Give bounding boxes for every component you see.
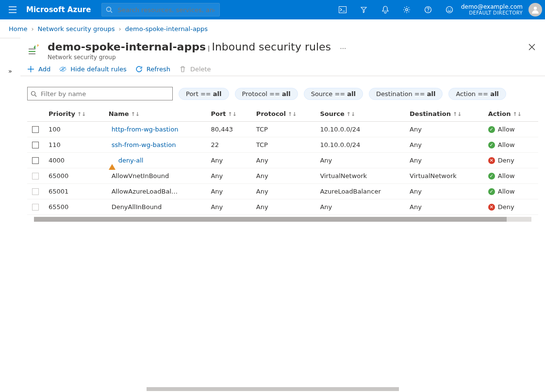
- cell-action: ✕Deny: [488, 157, 533, 164]
- table-row[interactable]: 100 http-from-wg-bastion 80,443 TCP 10.1…: [27, 122, 538, 137]
- search-bar[interactable]: [101, 3, 219, 16]
- h-scrollbar[interactable]: [34, 217, 531, 222]
- cloud-shell-icon[interactable]: [333, 0, 352, 19]
- search-input[interactable]: [116, 3, 215, 16]
- table-row[interactable]: 65000 AllowVnetInBound Any Any VirtualNe…: [27, 168, 538, 184]
- col-action[interactable]: Action↑↓: [483, 106, 538, 122]
- col-name[interactable]: Name↑↓: [104, 106, 206, 122]
- rules-table-wrap: Priority↑↓ Name↑↓ Port↑↓ Protocol↑↓ Sour…: [20, 106, 545, 392]
- search-icon: [106, 6, 113, 13]
- svg-point-7: [450, 9, 451, 10]
- row-checkbox[interactable]: [32, 204, 39, 211]
- col-port[interactable]: Port↑↓: [206, 106, 251, 122]
- cell-destination: Any: [405, 153, 483, 168]
- left-rail: »: [0, 38, 20, 392]
- cell-protocol: Any: [251, 199, 315, 215]
- cell-port: Any: [206, 199, 251, 215]
- filter-chip[interactable]: Protocol == all: [235, 88, 298, 100]
- cell-priority: 110: [44, 137, 104, 153]
- col-priority[interactable]: Priority↑↓: [44, 106, 104, 122]
- resource-name: demo-spoke-internal-apps: [48, 41, 206, 53]
- crumb-nsg[interactable]: Network security groups: [38, 25, 115, 33]
- allow-icon: ✓: [488, 173, 495, 180]
- rule-name-link[interactable]: AllowVnetInBound: [112, 172, 169, 180]
- delete-button: Delete: [179, 65, 211, 73]
- notifications-icon[interactable]: [376, 0, 395, 19]
- row-checkbox[interactable]: [32, 188, 39, 195]
- filter-chip[interactable]: Action == all: [448, 88, 506, 100]
- more-icon[interactable]: ⋯: [340, 45, 346, 52]
- table-row[interactable]: 4000 deny-all Any Any Any Any ✕Deny: [27, 153, 538, 168]
- filter-chip[interactable]: Destination == all: [369, 88, 443, 100]
- cell-source: Any: [315, 199, 405, 215]
- filter-chip[interactable]: Source == all: [304, 88, 363, 100]
- cell-action: ✕Deny: [488, 203, 533, 211]
- filter-chip[interactable]: Port == all: [179, 88, 229, 100]
- hide-default-rules-button[interactable]: Hide default rules: [59, 65, 127, 73]
- rule-name-link[interactable]: deny-all: [118, 157, 144, 164]
- expand-chevron-icon[interactable]: »: [8, 67, 12, 75]
- rules-table: Priority↑↓ Name↑↓ Port↑↓ Protocol↑↓ Sour…: [27, 106, 538, 215]
- col-destination[interactable]: Destination↑↓: [405, 106, 483, 122]
- table-row[interactable]: 65001 AllowAzureLoadBalan… Any Any Azure…: [27, 184, 538, 199]
- cell-port: 80,443: [206, 122, 251, 137]
- brand-label[interactable]: Microsoft Azure: [24, 5, 99, 14]
- filter-input[interactable]: [40, 90, 169, 98]
- table-row[interactable]: 65500 DenyAllInBound Any Any Any Any ✕De…: [27, 199, 538, 215]
- section-name: Inbound security rules: [212, 41, 331, 53]
- add-button[interactable]: Add: [27, 65, 50, 73]
- cell-priority: 4000: [44, 153, 104, 168]
- chevron-right-icon: ›: [31, 25, 33, 33]
- row-checkbox[interactable]: [32, 126, 39, 133]
- top-bar: Microsoft Azure demo@example.com DEFAULT…: [0, 0, 545, 19]
- row-checkbox[interactable]: [32, 173, 39, 180]
- feedback-icon[interactable]: [440, 0, 459, 19]
- chevron-right-icon: ›: [119, 25, 121, 33]
- account-block[interactable]: demo@example.com DEFAULT DIRECTORY: [461, 3, 527, 16]
- cell-priority: 65500: [44, 199, 104, 215]
- cell-protocol: Any: [251, 168, 315, 184]
- col-source[interactable]: Source↑↓: [315, 106, 405, 122]
- filter-by-name[interactable]: [27, 87, 173, 100]
- crumb-resource[interactable]: demo-spoke-internal-apps: [125, 25, 208, 33]
- close-icon[interactable]: [528, 44, 535, 50]
- account-email: demo@example.com: [461, 3, 523, 10]
- bottom-scrollbar[interactable]: [0, 387, 545, 391]
- svg-point-8: [534, 7, 537, 10]
- filter-row: Port == allProtocol == allSource == allD…: [20, 76, 545, 106]
- cell-source: 10.10.0.0/24: [315, 122, 405, 137]
- cell-source: Any: [315, 153, 405, 168]
- cell-source: 10.10.0.0/24: [315, 137, 405, 153]
- row-checkbox[interactable]: [32, 142, 39, 148]
- warning-icon: [109, 157, 116, 170]
- svg-point-10: [32, 91, 35, 95]
- breadcrumb: Home › Network security groups › demo-sp…: [0, 19, 545, 38]
- cell-destination: Any: [405, 199, 483, 215]
- help-icon[interactable]: [418, 0, 438, 19]
- cell-port: Any: [206, 168, 251, 184]
- deny-icon: ✕: [488, 204, 495, 211]
- rule-name-link[interactable]: ssh-from-wg-bastion: [112, 141, 176, 148]
- avatar[interactable]: [528, 3, 542, 16]
- cell-protocol: Any: [251, 153, 315, 168]
- resource-type: Network security group: [48, 54, 522, 61]
- cell-action: ✓Allow: [488, 126, 533, 133]
- row-checkbox[interactable]: [32, 157, 39, 164]
- cell-destination: Any: [405, 184, 483, 199]
- table-row[interactable]: 110 ssh-from-wg-bastion 22 TCP 10.10.0.0…: [27, 137, 538, 153]
- cell-port: Any: [206, 153, 251, 168]
- allow-icon: ✓: [488, 126, 495, 133]
- settings-icon[interactable]: [397, 0, 416, 19]
- rule-name-link[interactable]: AllowAzureLoadBalan…: [112, 188, 180, 195]
- cell-priority: 65000: [44, 168, 104, 184]
- crumb-home[interactable]: Home: [9, 25, 27, 33]
- refresh-button[interactable]: Refresh: [135, 65, 170, 73]
- svg-point-6: [448, 9, 449, 10]
- cell-destination: Any: [405, 137, 483, 153]
- svg-point-5: [446, 7, 452, 13]
- directory-filter-icon[interactable]: [354, 0, 374, 19]
- rule-name-link[interactable]: DenyAllInBound: [112, 203, 162, 211]
- menu-icon[interactable]: [3, 0, 22, 19]
- col-protocol[interactable]: Protocol↑↓: [251, 106, 315, 122]
- rule-name-link[interactable]: http-from-wg-bastion: [112, 126, 179, 133]
